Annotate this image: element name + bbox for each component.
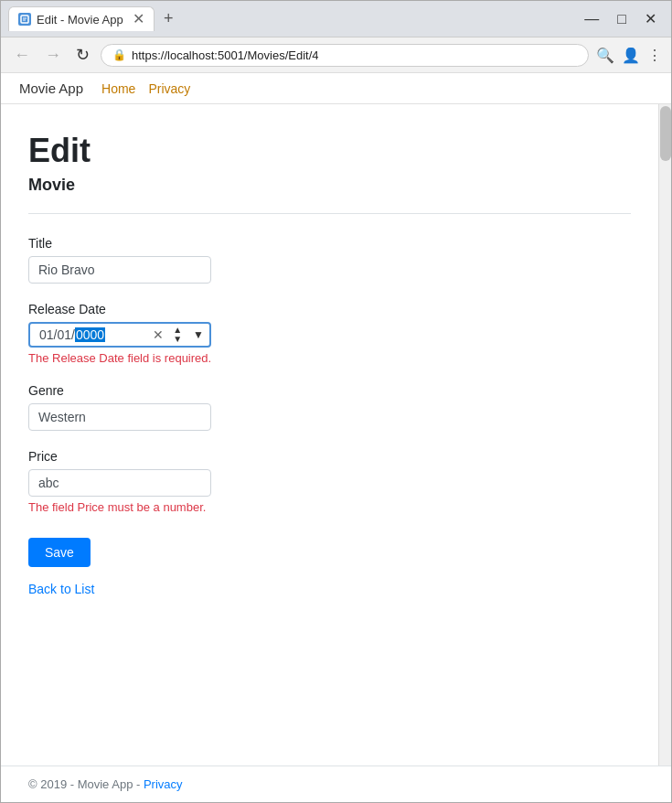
date-prefix: 01/01/ (39, 327, 75, 342)
minimize-button[interactable]: — (577, 9, 606, 29)
back-nav-button[interactable]: ← (10, 44, 34, 67)
maximize-button[interactable]: □ (610, 9, 634, 29)
svg-rect-0 (21, 16, 28, 23)
profile-icon[interactable]: 👤 (622, 47, 640, 64)
lock-icon: 🔒 (112, 48, 126, 61)
date-display: 01/01/0000 (30, 324, 149, 346)
page-footer: © 2019 - Movie App - Privacy (1, 766, 671, 802)
genre-input[interactable] (28, 403, 211, 431)
title-label: Title (28, 236, 631, 251)
content-wrapper: Edit Movie Title Release Date 01/01 (1, 104, 671, 766)
nav-links: Home Privacy (101, 81, 190, 96)
back-to-list-link[interactable]: Back to List (28, 582, 631, 596)
url-text: https://localhost:5001/Movies/Edit/4 (132, 48, 577, 62)
genre-label: Genre (28, 383, 631, 398)
window-controls: — □ ✕ (577, 8, 664, 29)
address-bar-icons: 🔍 👤 ⋮ (596, 47, 662, 64)
menu-icon[interactable]: ⋮ (647, 47, 662, 64)
date-spinner-button[interactable]: ▲▼ (167, 326, 187, 344)
tab-favicon (18, 13, 31, 26)
scrollbar-track[interactable] (658, 104, 671, 766)
release-date-label: Release Date (28, 302, 631, 316)
reload-button[interactable]: ↻ (72, 43, 93, 67)
title-field-group: Title (28, 236, 631, 284)
address-bar: ← → ↻ 🔒 https://localhost:5001/Movies/Ed… (1, 37, 671, 73)
save-button[interactable]: Save (28, 538, 91, 567)
page-subheading: Movie (28, 176, 631, 195)
price-input[interactable] (28, 469, 211, 497)
date-year-part: 0000 (75, 327, 105, 342)
nav-privacy-link[interactable]: Privacy (148, 81, 190, 96)
navbar: Movie App Home Privacy (1, 73, 671, 104)
edit-form: Title Release Date 01/01/0000 ✕ ▲▼ (28, 236, 631, 582)
url-bar[interactable]: 🔒 https://localhost:5001/Movies/Edit/4 (101, 44, 589, 67)
page-content: Movie App Home Privacy Edit Movie Title (1, 73, 671, 802)
price-error: The field Price must be a number. (28, 500, 631, 514)
active-tab[interactable]: Edit - Movie App ✕ (8, 6, 155, 31)
price-field-group: Price The field Price must be a number. (28, 449, 631, 514)
nav-brand: Movie App (19, 80, 83, 96)
browser-window: Edit - Movie App ✕ + — □ ✕ ← → ↻ 🔒 https… (0, 0, 672, 803)
scrollbar-thumb[interactable] (660, 106, 671, 161)
release-date-error: The Release Date field is required. (28, 351, 631, 365)
footer-privacy-link[interactable]: Privacy (144, 777, 183, 791)
main-content: Edit Movie Title Release Date 01/01 (1, 104, 658, 766)
genre-field-group: Genre (28, 383, 631, 431)
date-calendar-button[interactable]: ▼ (187, 328, 209, 341)
page-heading: Edit (28, 132, 631, 170)
tab-title: Edit - Movie App (37, 13, 123, 27)
tab-close-button[interactable]: ✕ (133, 12, 144, 27)
price-label: Price (28, 449, 631, 464)
nav-home-link[interactable]: Home (101, 81, 135, 96)
new-tab-button[interactable]: + (158, 7, 179, 30)
date-clear-button[interactable]: ✕ (149, 327, 167, 342)
close-button[interactable]: ✕ (637, 8, 664, 29)
date-input-wrapper[interactable]: 01/01/0000 ✕ ▲▼ ▼ (28, 322, 211, 348)
title-bar: Edit - Movie App ✕ + — □ ✕ (1, 1, 671, 37)
footer-text: © 2019 - Movie App - (28, 777, 144, 791)
search-icon[interactable]: 🔍 (596, 47, 614, 64)
tab-area: Edit - Movie App ✕ + (8, 6, 573, 31)
title-input[interactable] (28, 256, 211, 284)
forward-nav-button[interactable]: → (41, 44, 65, 67)
release-date-field-group: Release Date 01/01/0000 ✕ ▲▼ ▼ The Relea… (28, 302, 631, 365)
divider (28, 213, 631, 214)
